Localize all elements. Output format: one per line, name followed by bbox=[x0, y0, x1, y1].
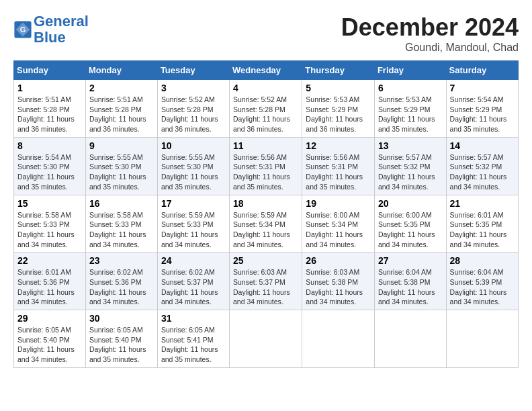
calendar-day-cell: 17 Sunrise: 5:59 AM Sunset: 5:33 PM Dayl… bbox=[157, 195, 229, 253]
calendar-table: SundayMondayTuesdayWednesdayThursdayFrid… bbox=[13, 60, 519, 368]
day-number: 26 bbox=[306, 255, 371, 266]
day-info: Sunrise: 5:53 AM Sunset: 5:29 PM Dayligh… bbox=[306, 95, 371, 134]
weekday-header-cell: Wednesday bbox=[230, 61, 302, 80]
calendar-day-cell: 6 Sunrise: 5:53 AM Sunset: 5:29 PM Dayli… bbox=[374, 80, 446, 138]
calendar-day-cell bbox=[446, 310, 518, 368]
day-info: Sunrise: 6:01 AM Sunset: 5:35 PM Dayligh… bbox=[450, 210, 515, 250]
daylight-label: Daylight: 11 hours and 34 minutes. bbox=[89, 230, 146, 248]
day-info: Sunrise: 5:55 AM Sunset: 5:30 PM Dayligh… bbox=[89, 152, 154, 192]
daylight-label: Daylight: 11 hours and 34 minutes. bbox=[450, 288, 507, 306]
sunset-label: Sunset: 5:36 PM bbox=[17, 278, 70, 286]
day-number: 7 bbox=[450, 83, 515, 93]
daylight-label: Daylight: 11 hours and 36 minutes. bbox=[17, 115, 75, 133]
sunset-label: Sunset: 5:28 PM bbox=[89, 105, 142, 113]
calendar-week-row: 15 Sunrise: 5:58 AM Sunset: 5:33 PM Dayl… bbox=[14, 195, 519, 253]
sunrise-label: Sunrise: 5:59 AM bbox=[161, 211, 215, 219]
weekday-header-cell: Monday bbox=[85, 61, 157, 80]
logo-icon: G bbox=[13, 20, 32, 39]
day-number: 2 bbox=[89, 83, 154, 93]
sunrise-label: Sunrise: 6:01 AM bbox=[450, 211, 504, 219]
day-number: 5 bbox=[306, 83, 371, 93]
day-info: Sunrise: 6:02 AM Sunset: 5:36 PM Dayligh… bbox=[89, 267, 154, 307]
calendar-day-cell: 31 Sunrise: 6:05 AM Sunset: 5:41 PM Dayl… bbox=[157, 310, 229, 368]
day-number: 18 bbox=[233, 198, 298, 209]
day-number: 19 bbox=[306, 198, 371, 209]
calendar-day-cell: 18 Sunrise: 5:59 AM Sunset: 5:34 PM Dayl… bbox=[230, 195, 302, 253]
calendar-day-cell: 20 Sunrise: 6:00 AM Sunset: 5:35 PM Dayl… bbox=[374, 195, 446, 253]
calendar-day-cell: 4 Sunrise: 5:52 AM Sunset: 5:28 PM Dayli… bbox=[230, 80, 302, 138]
day-info: Sunrise: 6:03 AM Sunset: 5:37 PM Dayligh… bbox=[233, 267, 298, 307]
day-number: 13 bbox=[378, 140, 443, 151]
day-number: 22 bbox=[17, 255, 82, 266]
calendar-day-cell: 1 Sunrise: 5:51 AM Sunset: 5:28 PM Dayli… bbox=[14, 80, 86, 138]
calendar-day-cell: 23 Sunrise: 6:02 AM Sunset: 5:36 PM Dayl… bbox=[85, 253, 157, 310]
day-info: Sunrise: 5:56 AM Sunset: 5:31 PM Dayligh… bbox=[233, 152, 298, 192]
calendar-day-cell: 3 Sunrise: 5:52 AM Sunset: 5:28 PM Dayli… bbox=[157, 80, 229, 138]
day-info: Sunrise: 5:59 AM Sunset: 5:34 PM Dayligh… bbox=[233, 210, 298, 250]
daylight-label: Daylight: 11 hours and 35 minutes. bbox=[89, 345, 146, 363]
sunrise-label: Sunrise: 5:57 AM bbox=[450, 153, 504, 161]
day-number: 15 bbox=[17, 198, 82, 209]
sunrise-label: Sunrise: 5:59 AM bbox=[233, 211, 287, 219]
daylight-label: Daylight: 11 hours and 34 minutes. bbox=[450, 173, 507, 191]
sunrise-label: Sunrise: 6:00 AM bbox=[306, 211, 359, 219]
sunset-label: Sunset: 5:30 PM bbox=[89, 163, 142, 171]
daylight-label: Daylight: 11 hours and 35 minutes. bbox=[161, 345, 218, 363]
day-number: 29 bbox=[17, 313, 82, 324]
calendar-day-cell: 14 Sunrise: 5:57 AM Sunset: 5:32 PM Dayl… bbox=[446, 137, 518, 195]
daylight-label: Daylight: 11 hours and 36 minutes. bbox=[306, 115, 363, 133]
daylight-label: Daylight: 11 hours and 35 minutes. bbox=[306, 173, 363, 191]
day-number: 30 bbox=[89, 313, 154, 324]
day-number: 3 bbox=[161, 83, 226, 93]
daylight-label: Daylight: 11 hours and 35 minutes. bbox=[378, 115, 435, 133]
sunrise-label: Sunrise: 6:00 AM bbox=[378, 211, 432, 219]
day-info: Sunrise: 5:59 AM Sunset: 5:33 PM Dayligh… bbox=[161, 210, 226, 250]
day-info: Sunrise: 6:05 AM Sunset: 5:40 PM Dayligh… bbox=[89, 325, 154, 365]
daylight-label: Daylight: 11 hours and 36 minutes. bbox=[161, 115, 218, 133]
svg-text:G: G bbox=[20, 26, 26, 34]
calendar-day-cell: 15 Sunrise: 5:58 AM Sunset: 5:33 PM Dayl… bbox=[14, 195, 86, 253]
day-info: Sunrise: 5:52 AM Sunset: 5:28 PM Dayligh… bbox=[233, 95, 298, 134]
calendar-day-cell: 27 Sunrise: 6:04 AM Sunset: 5:38 PM Dayl… bbox=[374, 253, 446, 310]
day-info: Sunrise: 5:58 AM Sunset: 5:33 PM Dayligh… bbox=[89, 210, 154, 250]
day-number: 20 bbox=[378, 198, 443, 209]
sunrise-label: Sunrise: 5:55 AM bbox=[89, 153, 143, 161]
daylight-label: Daylight: 11 hours and 35 minutes. bbox=[161, 173, 218, 191]
sunrise-label: Sunrise: 5:51 AM bbox=[89, 95, 143, 103]
calendar-day-cell: 19 Sunrise: 6:00 AM Sunset: 5:34 PM Dayl… bbox=[302, 195, 375, 253]
day-number: 25 bbox=[233, 255, 298, 266]
calendar-day-cell: 2 Sunrise: 5:51 AM Sunset: 5:28 PM Dayli… bbox=[85, 80, 157, 138]
sunset-label: Sunset: 5:37 PM bbox=[161, 278, 214, 286]
day-number: 6 bbox=[378, 83, 443, 93]
daylight-label: Daylight: 11 hours and 34 minutes. bbox=[17, 345, 75, 363]
sunset-label: Sunset: 5:35 PM bbox=[450, 220, 502, 228]
day-number: 21 bbox=[450, 198, 515, 209]
daylight-label: Daylight: 11 hours and 34 minutes. bbox=[450, 230, 507, 248]
sunrise-label: Sunrise: 6:04 AM bbox=[378, 268, 432, 276]
day-info: Sunrise: 6:05 AM Sunset: 5:40 PM Dayligh… bbox=[17, 325, 82, 365]
sunset-label: Sunset: 5:28 PM bbox=[161, 105, 214, 113]
month-title: December 2024 bbox=[341, 13, 519, 42]
calendar-day-cell: 30 Sunrise: 6:05 AM Sunset: 5:40 PM Dayl… bbox=[85, 310, 157, 368]
calendar-week-row: 1 Sunrise: 5:51 AM Sunset: 5:28 PM Dayli… bbox=[14, 80, 519, 138]
calendar-day-cell bbox=[374, 310, 446, 368]
day-number: 11 bbox=[233, 140, 298, 151]
day-info: Sunrise: 5:52 AM Sunset: 5:28 PM Dayligh… bbox=[161, 95, 226, 134]
day-info: Sunrise: 6:00 AM Sunset: 5:35 PM Dayligh… bbox=[378, 210, 443, 250]
day-info: Sunrise: 6:05 AM Sunset: 5:41 PM Dayligh… bbox=[161, 325, 226, 365]
sunrise-label: Sunrise: 6:01 AM bbox=[17, 268, 71, 276]
sunrise-label: Sunrise: 5:58 AM bbox=[17, 211, 71, 219]
day-number: 17 bbox=[161, 198, 226, 209]
sunrise-label: Sunrise: 5:53 AM bbox=[378, 95, 432, 103]
sunrise-label: Sunrise: 5:54 AM bbox=[450, 95, 504, 103]
daylight-label: Daylight: 11 hours and 34 minutes. bbox=[233, 288, 290, 306]
sunset-label: Sunset: 5:33 PM bbox=[161, 220, 214, 228]
sunrise-label: Sunrise: 6:02 AM bbox=[89, 268, 143, 276]
day-info: Sunrise: 5:51 AM Sunset: 5:28 PM Dayligh… bbox=[17, 95, 82, 134]
day-info: Sunrise: 6:02 AM Sunset: 5:37 PM Dayligh… bbox=[161, 267, 226, 307]
calendar-day-cell: 21 Sunrise: 6:01 AM Sunset: 5:35 PM Dayl… bbox=[446, 195, 518, 253]
day-info: Sunrise: 5:54 AM Sunset: 5:30 PM Dayligh… bbox=[17, 152, 82, 192]
sunset-label: Sunset: 5:34 PM bbox=[306, 220, 358, 228]
calendar-day-cell: 12 Sunrise: 5:56 AM Sunset: 5:31 PM Dayl… bbox=[302, 137, 375, 195]
sunrise-label: Sunrise: 6:03 AM bbox=[233, 268, 287, 276]
